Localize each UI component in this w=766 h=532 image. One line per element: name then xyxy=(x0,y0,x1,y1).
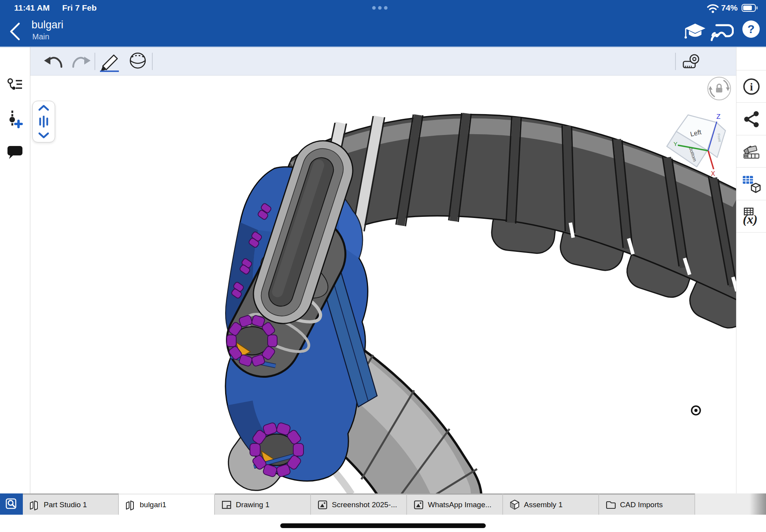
workspace-name[interactable]: Main xyxy=(32,32,49,41)
document-toolbar xyxy=(30,47,736,76)
document-title[interactable]: bulgari xyxy=(31,19,63,31)
tab-label: bulgari1 xyxy=(140,501,167,509)
tab-bulgari1[interactable]: bulgari1 xyxy=(119,493,215,515)
info-panel-button[interactable]: i xyxy=(736,70,766,103)
comment-icon[interactable] xyxy=(6,145,24,161)
ar-headset-icon[interactable] xyxy=(710,22,734,42)
chevron-down-icon[interactable] xyxy=(38,132,50,139)
handoff-dots-icon xyxy=(370,6,398,10)
variables-button[interactable]: (x) xyxy=(736,200,766,233)
tab-screenshot[interactable]: Screenshot 2025-... xyxy=(311,493,407,515)
axis-x-label: X xyxy=(711,170,715,177)
appearance-button[interactable] xyxy=(736,135,766,168)
feature-slider-icon[interactable] xyxy=(37,116,50,127)
right-sidebar: i xyxy=(736,47,766,493)
drawing-icon xyxy=(221,499,232,510)
help-glyph: ? xyxy=(747,22,755,36)
find-in-document-button[interactable] xyxy=(0,493,23,515)
axis-z-label: Z xyxy=(716,113,720,120)
toolbar-divider xyxy=(675,53,676,70)
gem-cluster-upper xyxy=(227,315,277,367)
gem-cluster-lower xyxy=(250,422,303,478)
battery-percent: 74% xyxy=(721,3,738,13)
toolbar-divider xyxy=(152,53,153,70)
display-options-button[interactable] xyxy=(736,167,766,200)
redo-icon[interactable] xyxy=(71,54,91,69)
tab-label: Part Studio 1 xyxy=(44,501,87,509)
home-indicator[interactable] xyxy=(280,523,486,528)
battery-icon xyxy=(742,4,759,12)
tab-strip-filler xyxy=(695,493,766,515)
rotate-lock-icon[interactable] xyxy=(708,77,731,100)
tab-label: CAD Imports xyxy=(620,501,663,509)
image-icon xyxy=(317,499,328,510)
help-icon[interactable]: ? xyxy=(742,20,760,38)
origin-marker-icon[interactable] xyxy=(692,406,700,415)
status-bar: 11:41 AM Fri 7 Feb 74% xyxy=(0,0,766,16)
model-viewport[interactable]: Left Bottom Front Y Z X xyxy=(30,76,736,493)
tab-scroll-shadow xyxy=(749,493,766,515)
learning-center-icon[interactable] xyxy=(684,21,706,42)
feature-list-icon[interactable] xyxy=(7,78,24,92)
chevron-up-icon[interactable] xyxy=(38,104,50,111)
part-studio-icon xyxy=(125,499,136,510)
bottom-tab-bar: Part Studio 1 bulgari1 Drawing 1 Screens… xyxy=(0,493,766,515)
sidebar-divider xyxy=(736,232,766,233)
tab-label: Assembly 1 xyxy=(524,501,562,509)
folder-icon xyxy=(605,499,616,510)
tab-label: Drawing 1 xyxy=(236,501,270,509)
add-feature-icon[interactable] xyxy=(7,110,24,128)
left-sidebar xyxy=(0,47,30,493)
toolbar-divider xyxy=(94,53,95,70)
app-header: bulgari Main ? xyxy=(0,16,766,47)
status-time: 11:41 AM xyxy=(14,3,50,13)
status-date: Fri 7 Feb xyxy=(62,3,97,13)
tab-whatsapp-image[interactable]: WhatsApp Image... xyxy=(407,493,503,515)
back-chevron-icon[interactable] xyxy=(7,21,24,42)
wifi-icon xyxy=(706,2,720,13)
share-button[interactable] xyxy=(736,102,766,135)
tab-part-studio-1[interactable]: Part Studio 1 xyxy=(23,493,119,515)
find-in-document-icon xyxy=(5,497,18,511)
assembly-icon xyxy=(509,499,520,510)
undo-icon[interactable] xyxy=(43,54,64,69)
image-icon xyxy=(413,499,424,510)
tab-drawing-1[interactable]: Drawing 1 xyxy=(215,493,311,515)
part-studio-icon xyxy=(29,499,40,510)
tab-assembly-1[interactable]: Assembly 1 xyxy=(503,493,599,515)
sketch-pencil-icon[interactable] xyxy=(100,52,122,72)
tab-label: Screenshot 2025-... xyxy=(332,501,397,509)
revolve-sphere-icon[interactable] xyxy=(129,52,147,71)
measure-icon[interactable] xyxy=(683,54,701,70)
svg-text:i: i xyxy=(750,81,753,93)
3d-model-canvas[interactable]: Left Bottom Front Y Z X xyxy=(30,76,736,493)
svg-text:(x): (x) xyxy=(743,212,757,226)
tab-cad-imports[interactable]: CAD Imports xyxy=(599,493,695,515)
axis-y-label: Y xyxy=(673,140,677,147)
tab-label: WhatsApp Image... xyxy=(428,501,492,509)
feature-nav-widget[interactable] xyxy=(32,101,55,142)
